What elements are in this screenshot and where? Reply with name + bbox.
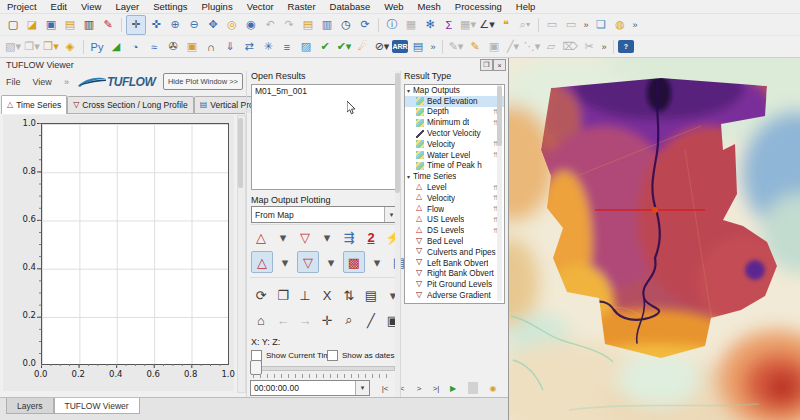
- time-slider-handle[interactable]: [250, 360, 262, 375]
- cross-section-from-map-button[interactable]: ▽: [297, 251, 319, 273]
- tree-item-velocity[interactable]: Velocity ⇈2: [405, 139, 504, 150]
- result-type-tree[interactable]: Map Outputs Bed Elevation 2 Depth ⇈2: [404, 84, 505, 304]
- tree-item-bed-elevation[interactable]: Bed Elevation 2: [405, 96, 504, 107]
- check-tuflow-icon[interactable]: ✔: [316, 38, 334, 56]
- tree-item-adverse-gradients[interactable]: Adverse Gradient 2: [405, 290, 504, 301]
- save-project-icon[interactable]: ▣: [42, 16, 60, 34]
- freeze-y-axis-button[interactable]: ⇅: [339, 285, 359, 305]
- identify-features-icon[interactable]: ⓘ: [383, 16, 401, 34]
- menubar-item[interactable]: Help: [509, 1, 543, 12]
- tab-cross-section[interactable]: ▽ Cross Section / Long Profile: [67, 96, 194, 113]
- skip-start-button[interactable]: |<: [380, 382, 390, 394]
- delete-selected-icon[interactable]: ⌦: [561, 38, 579, 56]
- tree-scrollbar[interactable]: [497, 85, 502, 301]
- attachment-icon[interactable]: ⊘▾: [373, 38, 391, 56]
- menubar-item[interactable]: Database: [323, 1, 378, 12]
- zoom-next-icon[interactable]: ↷: [280, 16, 298, 34]
- check-1d-icon[interactable]: ✔▾: [335, 38, 353, 56]
- tree-item-culverts-and-pipes[interactable]: Culverts and Pipes 2: [405, 247, 504, 258]
- batch-plot-button[interactable]: ▩: [343, 251, 365, 273]
- modify-attributes-icon[interactable]: ▱: [542, 38, 560, 56]
- timeseries-from-map-dropdown[interactable]: ▾: [275, 252, 295, 272]
- menubar-item[interactable]: Project: [0, 1, 44, 12]
- tree-item-bed-level[interactable]: Bed Level 2: [405, 236, 504, 247]
- menubar-item[interactable]: View: [74, 1, 108, 12]
- save-edits-icon[interactable]: ▣: [485, 38, 503, 56]
- tcf-icon[interactable]: ✳: [259, 38, 277, 56]
- tab-time-series[interactable]: △ Time Series: [1, 95, 67, 114]
- menubar-item[interactable]: Raster: [281, 1, 323, 12]
- tree-item-time-of-peak-h[interactable]: Time of Peak h 2: [405, 161, 504, 172]
- zoom-plot-button[interactable]: ⌕: [339, 310, 359, 330]
- legend-button[interactable]: ▤: [361, 285, 381, 305]
- timeseries-from-map-button[interactable]: △: [251, 251, 273, 273]
- show-as-dates-checkbox[interactable]: Show as dates: [327, 350, 394, 361]
- help-icon[interactable]: ?: [618, 40, 634, 53]
- tree-item-vector-velocity[interactable]: Vector Velocity 2: [405, 128, 504, 139]
- dock-menu-overflow-icon[interactable]: »: [58, 77, 75, 87]
- new-project-icon[interactable]: ▢: [4, 16, 22, 34]
- time-slider[interactable]: [253, 366, 395, 371]
- plot-cross-section-dropdown[interactable]: ▾: [317, 227, 337, 247]
- statistics-icon[interactable]: Σ: [440, 16, 458, 34]
- zoom-to-layer-icon[interactable]: ◎: [223, 16, 241, 34]
- float-dock-icon[interactable]: ❐: [480, 59, 493, 71]
- tree-item-left-bank-obvert[interactable]: Left Bank Obvert 2: [405, 258, 504, 269]
- arr-badge-icon[interactable]: ARR: [392, 40, 408, 53]
- menubar-item[interactable]: Settings: [146, 1, 194, 12]
- tree-group-map-outputs[interactable]: Map Outputs: [405, 85, 504, 96]
- tuflow-package-icon[interactable]: ▣: [183, 38, 201, 56]
- plot-axes[interactable]: [41, 123, 229, 365]
- tree-item-ts-velocity[interactable]: Velocity ⇈2: [405, 193, 504, 204]
- pan-map-icon[interactable]: ✛: [126, 15, 146, 35]
- temporal-controller-icon[interactable]: ◷: [337, 16, 355, 34]
- tuflow-style-icon[interactable]: ✇: [164, 38, 182, 56]
- menubar-item[interactable]: Processing: [448, 1, 509, 12]
- show-bookmarks-icon[interactable]: ▥: [318, 16, 336, 34]
- show-current-time-checkbox[interactable]: Show Current Time: [251, 350, 334, 361]
- new-layout-icon[interactable]: ▥: [80, 16, 98, 34]
- plot-source-combo[interactable]: From Map ▾: [251, 206, 399, 223]
- back-button[interactable]: ←: [273, 310, 293, 330]
- zoom-full-icon[interactable]: ✥: [204, 16, 222, 34]
- data-source-manager-icon[interactable]: ❏: [592, 16, 610, 34]
- open-project-icon[interactable]: ◪: [23, 16, 41, 34]
- map-canvas[interactable]: [508, 58, 800, 420]
- tree-item-pit-ground-levels[interactable]: Pit Ground Levels 2: [405, 279, 504, 290]
- zoom-in-icon[interactable]: ⊕: [166, 16, 184, 34]
- pan-plot-button[interactable]: ✛: [317, 310, 337, 330]
- plot-cross-section-button[interactable]: ▽: [295, 227, 315, 247]
- overflow-chevron-icon[interactable]: »: [581, 16, 591, 34]
- attribute-table-icon[interactable]: ▦: [402, 16, 420, 34]
- style-manager-icon[interactable]: ✎: [99, 16, 117, 34]
- plot-timeseries-dropdown[interactable]: ▾: [273, 227, 293, 247]
- overflow-chevron-icon[interactable]: »: [428, 38, 438, 56]
- overflow-chevron-icon[interactable]: »: [630, 16, 640, 34]
- tuflow-dem-icon[interactable]: ◢: [107, 38, 125, 56]
- select-features-icon[interactable]: ▧▾: [4, 38, 22, 56]
- tab-tuflow-viewer[interactable]: TUFLOW Viewer: [54, 398, 140, 414]
- move-label-icon[interactable]: ◈: [61, 38, 79, 56]
- label-toolbar-icon[interactable]: ▭: [543, 16, 561, 34]
- checkbox-icon[interactable]: [327, 350, 338, 361]
- zoom-out-icon[interactable]: ⊖: [185, 16, 203, 34]
- zoom-to-selection-icon[interactable]: ◉: [242, 16, 260, 34]
- copy-features-icon[interactable]: ❐▾: [23, 38, 41, 56]
- measure-icon[interactable]: ∠▾: [478, 16, 496, 34]
- tree-item-flow[interactable]: Flow ⇈2: [405, 204, 504, 215]
- result-item[interactable]: M01_5m_001: [252, 85, 396, 97]
- tree-item-depth[interactable]: Depth ⇈2: [405, 107, 504, 118]
- tree-item-ds-levels[interactable]: DS Levels ⇈2: [405, 225, 504, 236]
- hide-plot-window-button[interactable]: Hide Plot Window >>: [163, 73, 243, 90]
- vertex-tool-icon[interactable]: ⋱▾: [523, 38, 541, 56]
- toggle-editing-icon[interactable]: ✎: [466, 38, 484, 56]
- dock-menu-file[interactable]: File: [0, 77, 27, 87]
- tree-item-us-levels[interactable]: US Levels ⇈2: [405, 215, 504, 226]
- time-combo[interactable]: 00:00:00.00 ▾: [250, 380, 370, 396]
- forward-button[interactable]: →: [295, 310, 315, 330]
- menubar-item[interactable]: Plugins: [194, 1, 239, 12]
- tuflow-splash-icon[interactable]: ≈: [145, 38, 163, 56]
- scrollbar-thumb[interactable]: [238, 118, 243, 188]
- tree-group-time-series[interactable]: Time Series: [405, 171, 504, 182]
- cut-features-icon[interactable]: ✂: [580, 38, 598, 56]
